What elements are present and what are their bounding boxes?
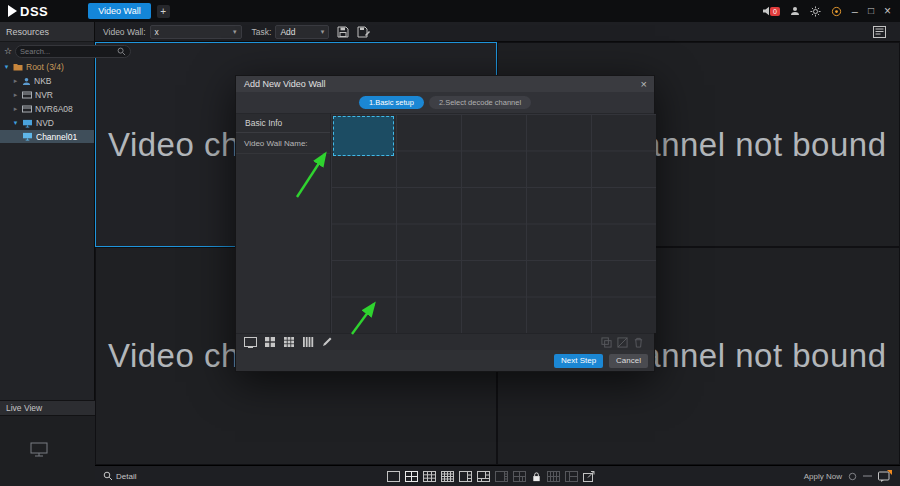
screen-9-layout-icon[interactable]: [283, 336, 295, 348]
feedback-chat-icon[interactable]: [878, 470, 892, 483]
favorite-star-icon[interactable]: ☆: [4, 46, 12, 56]
search-input[interactable]: [20, 47, 117, 56]
monitor-icon: [22, 132, 33, 141]
add-tab-button[interactable]: +: [157, 5, 170, 18]
alarm-count-badge: 0: [770, 7, 780, 16]
tree-node-label: Channel01: [36, 132, 77, 142]
apply-toggle-icon[interactable]: [848, 472, 857, 481]
dialog-edit-tools: [601, 337, 644, 348]
split-screens-icon[interactable]: [617, 337, 628, 348]
maximize-icon[interactable]: □: [868, 6, 874, 16]
step-basic-setup[interactable]: 1.Basic setup: [359, 96, 424, 109]
task-select[interactable]: Add ▾: [275, 25, 329, 39]
monitor-icon: [22, 119, 33, 128]
chevron-right-icon[interactable]: ▸: [12, 77, 19, 85]
chevron-down-icon[interactable]: ▾: [3, 63, 10, 71]
search-icon: [103, 471, 113, 481]
apply-group: Apply Now: [804, 470, 892, 483]
wall-layout-grid[interactable]: [331, 114, 656, 333]
merge-screens-icon[interactable]: [601, 337, 612, 348]
dialog-titlebar: Add New Video Wall ×: [236, 76, 654, 92]
task-label: Task:: [252, 27, 272, 37]
resources-sidebar: Resources ☆ ▾ Root (3/4) ▸ NKB ▸ NVR ▸ N…: [0, 22, 95, 486]
dss-logo-text: DSS: [20, 4, 48, 19]
tree-node-label: NVR6A08: [35, 104, 73, 114]
tab-video-wall[interactable]: Video Wall: [88, 3, 151, 19]
nvr-device-icon: [22, 91, 32, 99]
pip-1-7-icon[interactable]: [495, 471, 508, 482]
lock-icon[interactable]: [531, 471, 542, 483]
video-wall-select-value: x: [155, 27, 159, 37]
video-wall-label: Video Wall:: [103, 27, 146, 37]
wizard-steps: 1.Basic setup 2.Select decode channel: [236, 92, 654, 114]
split-9-icon[interactable]: [423, 471, 436, 482]
cancel-button[interactable]: Cancel: [609, 354, 648, 368]
dialog-close-icon[interactable]: ×: [641, 79, 647, 90]
search-box: [15, 45, 131, 58]
service-icon[interactable]: [831, 6, 842, 17]
dss-logo-icon: [8, 5, 17, 17]
split-16-icon[interactable]: [441, 471, 454, 482]
tree-node-nkb[interactable]: ▸ NKB: [0, 74, 94, 88]
user-icon[interactable]: [790, 6, 800, 16]
screen-1-layout-icon[interactable]: [244, 337, 257, 348]
search-row: ☆: [0, 42, 94, 60]
step-select-decode-channel[interactable]: 2.Select decode channel: [429, 96, 531, 109]
popout-icon[interactable]: [583, 471, 596, 482]
tree-node-channel01[interactable]: Channel01: [0, 130, 94, 143]
split-1-icon[interactable]: [387, 471, 400, 482]
live-view-label: Live View: [6, 403, 42, 413]
tree-node-label: Root (3/4): [26, 62, 64, 72]
chevron-right-icon[interactable]: ▸: [12, 91, 19, 99]
folder-icon: [13, 63, 23, 71]
titlebar: DSS Video Wall + 0 – □ ×: [0, 0, 900, 22]
split-8-icon[interactable]: [547, 471, 560, 482]
dialog-layout-toolbar: [236, 333, 654, 350]
tree-node-label: NKB: [34, 76, 51, 86]
alarm-group[interactable]: 0: [762, 6, 780, 16]
pip-1-5-icon[interactable]: [477, 471, 490, 482]
selected-screen-cell[interactable]: [333, 116, 394, 156]
split-4-icon[interactable]: [405, 471, 418, 482]
save-icon[interactable]: [337, 26, 349, 38]
detail-label: Detail: [116, 472, 136, 481]
keyboard-device-icon: [22, 77, 31, 86]
gear-icon[interactable]: [810, 6, 821, 17]
tree-node-nvr6a08[interactable]: ▸ NVR6A08: [0, 102, 94, 116]
tree-node-nvr[interactable]: ▸ NVR: [0, 88, 94, 102]
split-mode-toolbar: [387, 466, 596, 486]
wall-toolbar: Video Wall: x ▾ Task: Add ▾: [95, 22, 900, 42]
close-icon[interactable]: ×: [884, 5, 891, 17]
live-view-panel: [0, 416, 95, 486]
pip-1-3-icon[interactable]: [459, 471, 472, 482]
monitor-icon: [30, 442, 48, 457]
dss-window: DSS Video Wall + 0 – □ × Video Wall: x ▾…: [0, 0, 900, 486]
task-list-icon[interactable]: [873, 26, 886, 38]
tree-node-root[interactable]: ▾ Root (3/4): [0, 60, 94, 74]
dialog-title: Add New Video Wall: [236, 79, 326, 89]
titlebar-controls: 0 – □ ×: [762, 5, 891, 17]
video-wall-name-label: Video Wall Name:: [236, 133, 330, 154]
resources-header: Resources: [0, 22, 94, 42]
minimize-icon[interactable]: –: [852, 6, 858, 17]
live-view-section[interactable]: Live View: [0, 400, 95, 416]
task-select-value: Add: [280, 27, 295, 37]
detail-button[interactable]: Detail: [103, 471, 136, 481]
screen-column-layout-icon[interactable]: [302, 336, 314, 348]
next-step-button[interactable]: Next Step: [554, 354, 603, 368]
tree-node-nvd[interactable]: ▾ NVD: [0, 116, 94, 130]
add-video-wall-dialog: Add New Video Wall × 1.Basic setup 2.Sel…: [235, 75, 655, 372]
chevron-down-icon: ▾: [233, 28, 237, 36]
video-wall-select[interactable]: x ▾: [150, 25, 242, 39]
split-6-icon[interactable]: [513, 471, 526, 482]
save-as-icon[interactable]: [357, 26, 370, 38]
chevron-right-icon[interactable]: ▸: [12, 105, 19, 113]
search-icon[interactable]: [117, 47, 126, 56]
nvr-device-icon: [22, 105, 32, 113]
custom-draw-icon[interactable]: [321, 336, 333, 348]
screen-4-layout-icon[interactable]: [264, 336, 276, 348]
apply-now-label: Apply Now: [804, 472, 842, 481]
delete-screen-icon[interactable]: [633, 337, 644, 348]
split-custom-icon[interactable]: [565, 471, 578, 482]
chevron-down-icon[interactable]: ▾: [12, 119, 19, 127]
